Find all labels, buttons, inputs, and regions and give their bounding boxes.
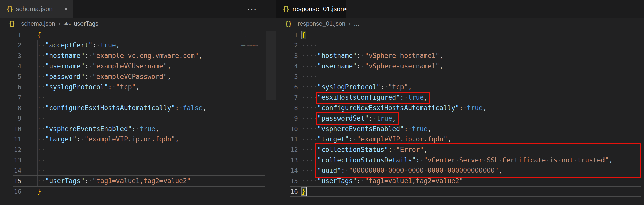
string-symbol-icon: abc <box>63 21 71 26</box>
code-line[interactable]: 7····"esxiHostsConfigured":·true, <box>276 92 644 103</box>
code-line[interactable]: 14·· <box>0 165 276 176</box>
code-line[interactable]: 11··"target":·"exampleVIP.ip.or.fqdn", <box>0 134 276 144</box>
code-line[interactable]: 13·· <box>0 155 276 165</box>
code-line[interactable]: 3····"hostname":·"vSphere-hostname1", <box>276 51 644 61</box>
json-file-icon: {} <box>283 5 289 13</box>
line-number: 13 <box>0 155 21 165</box>
code-line[interactable]: 12·· <box>0 144 276 155</box>
vertical-scrollbar[interactable] <box>266 31 276 100</box>
code-line[interactable]: 6··"syslogProtocol":·"tcp", <box>0 82 276 92</box>
json-file-icon: {} <box>6 5 12 13</box>
line-number: 9 <box>0 113 21 124</box>
line-number: 14 <box>276 165 298 176</box>
annotation-highlight-box: "esxiHostsConfigured":·true, <box>317 92 428 103</box>
line-number: 7 <box>276 92 298 103</box>
line-number: 3 <box>0 51 21 61</box>
code-line[interactable]: 4··"username":·"exampleVCUsername", <box>0 61 276 71</box>
editor-schema-json[interactable]: 1{2··"acceptCert":·true,3··"hostname":·"… <box>0 30 276 205</box>
line-number: 2 <box>0 40 21 50</box>
line-number: 12 <box>276 144 298 155</box>
line-number: 14 <box>0 165 21 176</box>
breadcrumb: {} response_01.json › … <box>276 18 644 30</box>
editor-response-01-json[interactable]: 1{2····3····"hostname":·"vSphere-hostnam… <box>276 30 644 205</box>
code-line[interactable]: 5···· <box>276 72 644 82</box>
line-number: 7 <box>0 92 21 103</box>
line-number: 5 <box>276 72 298 82</box>
tab-bar-left: {} schema.json ● ⋯ <box>0 0 276 18</box>
modified-indicator-icon[interactable]: ● <box>65 6 67 12</box>
line-number: 16 <box>276 186 298 197</box>
line-number: 16 <box>0 186 21 197</box>
code-line[interactable]: 6····"syslogProtocol":·"tcp", <box>276 82 644 92</box>
chevron-right-icon: › <box>58 21 60 27</box>
code-line[interactable]: 15··"userTags":·"tag1=value1,tag2=value2… <box>0 176 276 186</box>
code-line[interactable]: 1{ <box>0 30 276 40</box>
code-line[interactable]: 16} <box>0 186 276 197</box>
line-number: 12 <box>0 144 21 155</box>
code-lines: 1{2····3····"hostname":·"vSphere-hostnam… <box>276 30 644 197</box>
minimap-content: { "acceptCert": true, "hostname": "examp… <box>240 31 265 47</box>
json-file-icon: {} <box>8 20 15 27</box>
line-number: 6 <box>276 82 298 92</box>
breadcrumb-tail[interactable]: … <box>354 20 360 27</box>
line-number: 6 <box>0 82 21 92</box>
code-line[interactable]: 2···· <box>276 40 644 50</box>
chevron-right-icon: › <box>348 21 351 27</box>
breadcrumb: {} schema.json › abc userTags <box>0 18 276 30</box>
code-line[interactable]: 4····"username":·"vSphere-username1", <box>276 61 644 71</box>
line-number: 8 <box>276 103 298 113</box>
line-number: 9 <box>276 113 298 124</box>
annotation-highlight-box: "passwordSet":·true, <box>317 113 396 124</box>
code-line[interactable]: 3··"hostname":·"example-vc.eng.vmware.co… <box>0 51 276 61</box>
code-line[interactable]: 13····"collectionStatusDetails":·"vCente… <box>276 155 644 165</box>
breadcrumb-file[interactable]: response_01.json <box>298 20 345 27</box>
line-number: 11 <box>0 134 21 144</box>
line-number: 8 <box>0 103 21 113</box>
line-number: 10 <box>276 124 298 134</box>
code-line[interactable]: 10··"vsphereEventsEnabled":·true, <box>0 124 276 134</box>
code-line[interactable]: 15····"userTags":·"tag1=value1,tag2=valu… <box>276 176 644 186</box>
code-line[interactable]: 5··"password":·"exampleVCPassword", <box>0 72 276 82</box>
modified-indicator-icon[interactable]: ● <box>344 6 347 12</box>
code-line[interactable]: 2··"acceptCert":·true, <box>0 40 276 50</box>
line-number: 4 <box>276 61 298 71</box>
editor-group-left: {} schema.json ● ⋯ {} schema.json › abc … <box>0 0 276 205</box>
code-line[interactable]: 8····"configureNewEsxiHostsAutomatically… <box>276 103 644 113</box>
tab-title: response_01.json <box>292 5 344 13</box>
code-line[interactable]: 7·· <box>0 92 276 103</box>
code-lines: 1{2··"acceptCert":·true,3··"hostname":·"… <box>0 30 276 197</box>
tab-schema-json[interactable]: {} schema.json ● <box>0 0 73 18</box>
code-line[interactable]: 9·· <box>0 113 276 124</box>
line-number: 5 <box>0 72 21 82</box>
line-number: 10 <box>0 124 21 134</box>
line-number: 1 <box>276 30 298 40</box>
tab-title: schema.json <box>16 5 53 13</box>
line-number: 4 <box>0 61 21 71</box>
minimap[interactable]: { "acceptCert": true, "hostname": "examp… <box>240 31 266 49</box>
code-line[interactable]: 8··"configureEsxiHostsAutomatically":·fa… <box>0 103 276 113</box>
more-actions-icon[interactable]: ⋯ <box>245 2 259 16</box>
breadcrumb-file[interactable]: schema.json <box>21 20 55 27</box>
json-file-icon: {} <box>285 20 291 27</box>
line-number: 15 <box>0 176 21 186</box>
line-number: 13 <box>276 155 298 165</box>
line-number: 1 <box>0 30 21 40</box>
tab-bar-right: {} response_01.json ● <box>276 0 644 18</box>
editor-group-right: {} response_01.json ● {} response_01.jso… <box>276 0 644 205</box>
text-cursor <box>306 187 307 196</box>
code-line[interactable]: 10····"vsphereEventsEnabled":·true, <box>276 124 644 134</box>
code-line[interactable]: 12····"collectionStatus":·"Error", <box>276 144 644 155</box>
line-number: 2 <box>276 40 298 50</box>
tab-response-01-json[interactable]: {} response_01.json ● <box>276 0 346 18</box>
code-line[interactable]: 9····"passwordSet":·true, <box>276 113 644 124</box>
line-number: 11 <box>276 134 298 144</box>
code-line[interactable]: 16} <box>276 186 644 197</box>
code-line[interactable]: 1{ <box>276 30 644 40</box>
code-line[interactable]: 11····"target":·"exampleVIP.ip.or.fqdn", <box>276 134 644 144</box>
breadcrumb-symbol[interactable]: userTags <box>74 20 98 27</box>
code-line[interactable]: 14····"uuid":·"00000000-0000-0000-0000-0… <box>276 165 644 176</box>
line-number: 3 <box>276 51 298 61</box>
line-number: 15 <box>276 176 298 186</box>
